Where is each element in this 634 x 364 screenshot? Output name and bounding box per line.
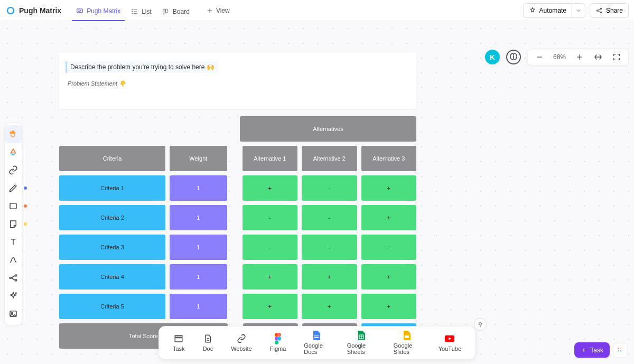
svg-rect-32 [175,335,183,337]
weight-cell[interactable]: 1 [170,294,227,319]
value-cell[interactable]: - [302,175,357,201]
image-tool[interactable] [5,305,22,323]
alt2-header-cell[interactable]: Alternative 2 [302,146,357,171]
figma-icon [273,334,283,343]
create-task-button[interactable]: ＋ Task [574,342,610,358]
zoom-level: 68% [553,53,566,61]
add-view-button[interactable]: View [201,5,235,16]
value-cell[interactable]: + [243,175,297,201]
plus-icon: ＋ [581,346,587,354]
value-cell[interactable]: - [243,235,297,260]
value-cell[interactable]: + [361,264,416,290]
value-cell[interactable]: - [302,205,357,230]
weight-cell[interactable]: 1 [170,175,227,201]
criteria-cell[interactable]: Criteria 5 [59,294,165,319]
mindmap-tool[interactable] [5,269,22,287]
info-icon[interactable]: ⓘ [506,50,521,64]
ai-tool[interactable] [5,287,22,305]
fab-label: Task [590,347,603,354]
sticky-note-tool[interactable] [5,215,22,233]
svg-point-50 [620,348,621,349]
value-cell[interactable]: - [361,235,416,260]
alt1-header-cell[interactable]: Alternative 1 [243,146,297,171]
tab-label: List [142,8,152,15]
criteria-cell[interactable]: Criteria 3 [59,235,165,260]
problem-statement-card[interactable]: Describe the problem you're trying to so… [59,53,416,109]
svg-point-39 [277,337,281,340]
dock-website-button[interactable]: Website [231,334,252,352]
svg-point-7 [132,13,133,13]
svg-point-37 [277,333,281,337]
weight-cell[interactable]: 1 [170,235,227,260]
automate-split-button[interactable]: Automate [523,3,585,18]
connector-tool[interactable] [5,251,22,269]
automate-button[interactable]: Automate [524,4,572,17]
shapes-tool[interactable] [5,143,22,161]
hand-tool[interactable] [5,125,22,143]
rectangle-tool[interactable] [5,197,22,215]
dock-gslides-button[interactable]: Google Slides [394,331,421,355]
value-cell[interactable]: - [302,235,357,260]
criteria-cell[interactable]: Criteria 2 [59,205,165,230]
tab-list[interactable]: List [127,0,156,21]
text-tool[interactable] [5,233,22,251]
weight-cell[interactable]: 1 [170,264,227,290]
fit-width-button[interactable] [593,52,603,62]
dock-youtube-button[interactable]: YouTube [439,334,461,352]
task-options-button[interactable] [613,343,628,358]
dock-gdocs-button[interactable]: Google Docs [304,331,329,355]
link-tool[interactable] [5,161,22,179]
dock-doc-button[interactable]: Doc [203,334,213,352]
svg-point-25 [15,275,17,276]
tab-whiteboard[interactable]: Pugh Matrix [72,0,125,21]
value-cell[interactable]: + [361,294,416,319]
zoom-out-button[interactable] [535,53,544,61]
value-cell[interactable]: + [361,175,416,201]
svg-rect-41 [314,335,319,337]
dock-label: Google Sheets [347,342,376,355]
alt3-header-cell[interactable]: Alternative 3 [361,146,416,171]
alternatives-header-cell[interactable]: Alternatives [240,116,416,142]
pen-tool[interactable] [5,179,22,197]
pin-dock-button[interactable] [474,318,487,331]
criteria-cell[interactable]: Criteria 4 [59,264,165,290]
zoom-in-button[interactable] [575,53,584,61]
value-cell[interactable]: + [361,205,416,230]
value-cell[interactable]: - [243,205,297,230]
value-cell[interactable]: + [302,264,357,290]
automate-label: Automate [539,7,566,14]
svg-point-12 [596,10,598,11]
dock-figma-button[interactable]: Figma [270,334,286,352]
dock-gsheets-button[interactable]: Google Sheets [347,331,376,355]
weight-header-cell[interactable]: Weight [170,146,227,171]
problem-prompt[interactable]: Describe the problem you're trying to so… [66,61,218,73]
whiteboard-canvas[interactable]: K ⓘ 68% Describe the problem you're tryi… [0,21,634,364]
user-avatar[interactable]: K [485,50,500,64]
dock-label: Website [231,346,252,352]
whiteboard-icon [76,7,83,15]
fullscreen-button[interactable] [612,53,621,61]
automate-chevron-button[interactable] [572,4,585,17]
criteria-header-cell[interactable]: Criteria [59,146,165,171]
task-icon [174,334,183,343]
dock-task-button[interactable]: Task [173,334,185,352]
create-task-fab: ＋ Task [574,342,628,358]
value-cell[interactable]: + [243,264,297,290]
svg-point-29 [16,293,17,294]
tab-label: Board [173,8,190,15]
dock-label: Google Slides [394,342,421,355]
dock-label: Doc [203,346,213,352]
weight-cell[interactable]: 1 [170,205,227,230]
criteria-cell[interactable]: Criteria 1 [59,175,165,201]
list-icon [131,8,138,15]
svg-point-51 [618,350,619,351]
svg-point-52 [620,350,621,351]
value-cell[interactable]: + [243,294,297,319]
svg-line-15 [598,9,601,10]
value-cell[interactable]: + [302,294,357,319]
svg-line-28 [11,278,15,281]
doc-icon [203,334,212,343]
tab-board[interactable]: Board [158,0,194,21]
svg-point-5 [132,9,133,10]
share-button[interactable]: Share [590,3,629,18]
